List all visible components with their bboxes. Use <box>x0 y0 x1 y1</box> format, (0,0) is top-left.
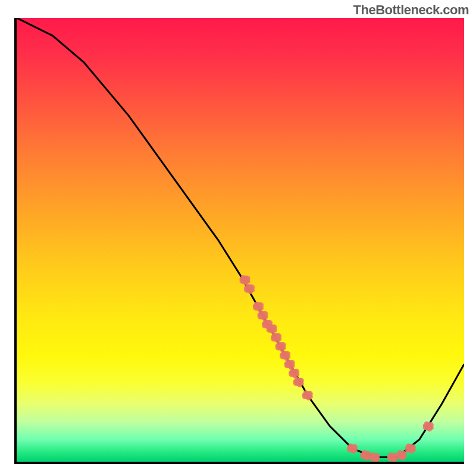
data-marker <box>267 326 270 330</box>
data-marker <box>262 322 265 325</box>
data-marker <box>289 371 292 374</box>
data-marker <box>244 286 248 290</box>
data-marker <box>278 337 281 341</box>
data-marker <box>251 289 255 292</box>
data-marker <box>412 449 416 452</box>
data-marker <box>300 382 304 386</box>
data-marker <box>253 304 256 308</box>
data-marker <box>369 455 373 459</box>
data-marker <box>354 449 358 452</box>
data-marker <box>240 277 243 281</box>
data-marker <box>405 446 409 450</box>
chart-container: TheBottleneck.com <box>0 0 476 476</box>
data-marker <box>260 306 264 310</box>
data-marker <box>265 315 268 319</box>
data-marker <box>302 393 306 396</box>
data-marker <box>296 373 299 377</box>
data-marker <box>280 353 283 356</box>
data-marker <box>287 355 290 359</box>
data-marker <box>423 424 427 427</box>
data-marker <box>247 280 250 283</box>
data-marker <box>396 453 400 456</box>
data-marker <box>283 346 286 350</box>
data-marker <box>387 455 391 459</box>
data-marker <box>309 395 313 399</box>
curve-svg <box>17 18 464 462</box>
data-marker <box>275 344 279 347</box>
data-marker <box>293 380 297 383</box>
data-marker <box>292 364 295 368</box>
data-marker <box>430 426 434 430</box>
watermark-text: TheBottleneck.com <box>353 2 469 18</box>
data-marker <box>284 362 288 365</box>
plot-area <box>14 18 464 464</box>
data-marker <box>274 328 277 332</box>
bottleneck-curve <box>17 18 464 458</box>
data-marker <box>377 458 380 461</box>
data-marker <box>258 313 261 317</box>
data-marker <box>271 335 274 339</box>
data-marker <box>361 453 364 456</box>
data-marker <box>403 455 407 459</box>
data-marker <box>347 446 350 450</box>
